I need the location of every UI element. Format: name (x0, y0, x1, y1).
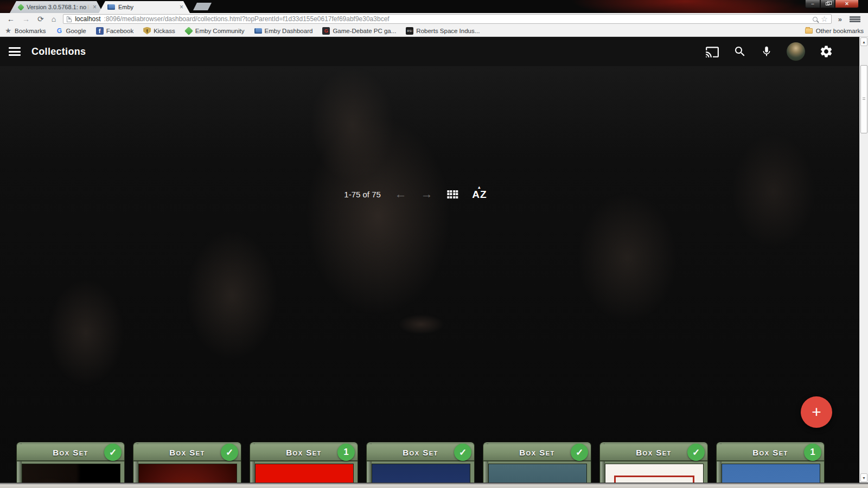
synced-check-badge: ✓ (454, 444, 471, 461)
bookmark-label: Google (66, 28, 86, 34)
card-header: Box Set✓ (600, 444, 707, 461)
tab-close-icon[interactable]: × (92, 4, 98, 10)
url-host: localhost (75, 15, 100, 23)
previous-page-icon[interactable]: ← (395, 188, 407, 200)
home-button[interactable]: ⌂ (48, 15, 60, 23)
bookmark-label: Roberts Space Indus... (416, 28, 480, 34)
poster-image (722, 464, 820, 483)
page-range-label: 1-75 of 75 (344, 190, 381, 199)
bookmark-item[interactable]: Kickass (143, 27, 175, 35)
pagination-bar: 1-75 of 75 ← → A▴Z (344, 188, 487, 201)
emby-app: Collections 1-75 of 75 ← → (0, 37, 868, 483)
bookmark-item[interactable]: Google (56, 27, 86, 35)
bookmark-label: Game-Debate PC ga... (333, 28, 396, 34)
scroll-up-button[interactable]: ▲ (860, 37, 867, 46)
bookmarks-bar: BookmarksGoogleFacebookKickassEmby Commu… (0, 25, 868, 37)
emby-icon (254, 28, 262, 34)
tab-close-icon[interactable]: × (178, 4, 184, 10)
browser-tab-emby[interactable]: Emby × (99, 1, 190, 13)
page-scrollbar[interactable]: ▲ ▼ (859, 37, 868, 483)
emby-diamond-favicon (17, 4, 24, 11)
boxset-card[interactable]: Box Set1 (716, 442, 825, 483)
boxset-card[interactable]: Box Set✓ (483, 442, 591, 483)
refresh-button[interactable]: ⟳ (34, 15, 48, 23)
zoom-search-icon[interactable] (813, 17, 818, 22)
bookmark-star-icon[interactable]: ☆ (821, 15, 828, 23)
poster-image (22, 464, 120, 483)
boxset-card[interactable]: Box Set✓ (133, 442, 241, 483)
bookmark-item[interactable]: Roberts Space Indus... (406, 27, 480, 35)
browser-toolbar: ← → ⟳ ⌂ localhost :8096/mediabrowser/das… (0, 13, 868, 25)
other-bookmarks-button[interactable]: Other bookmarks (805, 28, 864, 34)
new-tab-button[interactable] (193, 3, 212, 10)
search-icon[interactable] (733, 45, 746, 58)
back-button[interactable]: ← (3, 15, 18, 23)
bookmark-item[interactable]: Emby Dashboard (254, 28, 313, 34)
restore-icon (826, 2, 829, 5)
page-icon (67, 16, 72, 22)
poster-image (255, 464, 354, 483)
card-header: Box Set1 (717, 444, 824, 461)
browser-tab-version[interactable]: Version 3.0.5768.1: no libra × (10, 1, 103, 13)
kickass-icon (143, 27, 151, 35)
sort-caret-icon: ▴ (478, 185, 481, 190)
window-bottom-border (0, 483, 868, 488)
facebook-icon (96, 27, 104, 35)
maximize-button[interactable] (820, 0, 835, 8)
bookmark-label: Emby Dashboard (265, 28, 313, 34)
emby-diamond-icon (184, 27, 193, 35)
poster-image (372, 464, 470, 483)
header-icons (705, 42, 859, 61)
card-title: Box Set (752, 448, 788, 457)
grid-view-icon[interactable] (447, 190, 458, 198)
google-icon (56, 27, 63, 35)
synced-check-badge: ✓ (221, 444, 238, 461)
settings-gear-icon[interactable] (819, 44, 833, 59)
emby-favicon (107, 4, 115, 10)
bookmark-item[interactable]: Facebook (96, 27, 134, 35)
rsi-icon (406, 27, 413, 35)
close-button[interactable]: ✕ (835, 0, 859, 8)
poster-image (138, 464, 237, 483)
boxset-cards-row: Box Set✓Box Set✓Box Set1Box Set✓Box Set✓… (16, 442, 825, 483)
minimize-button[interactable]: – (805, 0, 820, 8)
poster-image (605, 464, 704, 483)
forward-button[interactable]: → (18, 15, 34, 23)
next-page-icon[interactable]: → (421, 188, 433, 200)
collection-backdrop-image (0, 66, 859, 483)
extensions-overflow-icon[interactable]: » (835, 15, 845, 23)
card-header: Box Set✓ (17, 444, 124, 461)
bookmark-item[interactable]: Game-Debate PC ga... (322, 27, 396, 35)
sort-alphabetical-icon[interactable]: A▴Z (472, 188, 487, 201)
boxset-card[interactable]: Box Set✓ (599, 442, 708, 483)
boxset-card[interactable]: Box Set✓ (366, 442, 475, 483)
bookmark-label: Bookmarks (15, 28, 46, 34)
card-header: Box Set✓ (133, 444, 241, 461)
tab-title: Version 3.0.5768.1: no libra (27, 4, 88, 10)
bookmark-item[interactable]: Bookmarks (4, 27, 46, 35)
count-badge: 1 (804, 444, 821, 461)
microphone-icon[interactable] (761, 45, 773, 58)
bookmark-label: Emby Community (195, 28, 245, 34)
add-collection-fab[interactable]: + (801, 396, 832, 428)
boxset-card[interactable]: Box Set✓ (16, 442, 125, 483)
address-bar[interactable]: localhost :8096/mediabrowser/dashboard/c… (63, 14, 832, 24)
card-header: Box Set✓ (483, 444, 591, 461)
user-avatar[interactable] (787, 42, 805, 61)
card-title: Box Set (53, 448, 88, 457)
boxset-card[interactable]: Box Set1 (250, 442, 358, 483)
synced-check-badge: ✓ (571, 444, 588, 461)
card-title: Box Set (169, 448, 205, 457)
cast-icon[interactable] (705, 46, 719, 57)
poster-image (488, 464, 587, 483)
synced-check-badge: ✓ (687, 444, 705, 461)
chrome-menu-icon[interactable] (850, 16, 860, 22)
scroll-down-button[interactable]: ▼ (860, 473, 867, 482)
synced-check-badge: ✓ (104, 444, 122, 461)
folder-icon (805, 28, 813, 34)
scrollbar-thumb[interactable] (860, 65, 867, 133)
bookmark-item[interactable]: Emby Community (185, 27, 245, 35)
menu-icon[interactable] (9, 47, 21, 56)
window-controls: – ✕ (805, 0, 859, 8)
card-header: Box Set✓ (367, 444, 474, 461)
